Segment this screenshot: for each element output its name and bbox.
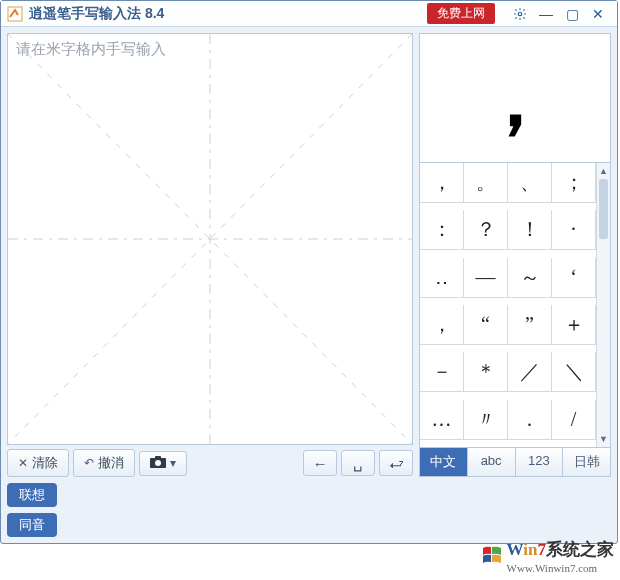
candidate-cell[interactable]: ？ <box>464 210 508 250</box>
candidate-cell[interactable]: ＋ <box>552 305 596 345</box>
titlebar: 逍遥笔手写输入法 8.4 免费上网 — ▢ ✕ <box>1 1 617 27</box>
candidate-cell[interactable]: ” <box>508 305 552 345</box>
space-button[interactable]: ␣ <box>341 450 375 476</box>
candidate-cell[interactable]: ＊ <box>464 352 508 392</box>
undo-button[interactable]: ↶ 撤消 <box>73 449 135 477</box>
candidate-preview-char: ， <box>475 58 555 138</box>
enter-button[interactable]: ⮐ <box>379 450 413 476</box>
clear-label: 清除 <box>32 454 58 472</box>
handwriting-input-area[interactable]: 请在米字格内手写输入 <box>7 33 413 445</box>
app-icon <box>7 6 23 22</box>
scroll-down-button[interactable]: ▼ <box>597 431 610 447</box>
windows-logo-icon <box>481 545 503 569</box>
left-column: 请在米字格内手写输入 ✕ 清除 ↶ 撤消 <box>7 33 413 477</box>
candidate-cell[interactable]: ‥ <box>420 258 464 298</box>
minimize-button[interactable]: — <box>534 4 558 24</box>
settings-button[interactable] <box>508 4 532 24</box>
candidate-cell[interactable]: — <box>464 258 508 298</box>
candidate-cell[interactable]: . <box>508 400 552 440</box>
mode-tab-jpkr[interactable]: 日韩 <box>563 448 610 476</box>
candidate-cell[interactable]: ／ <box>508 352 552 392</box>
mode-tab-chinese[interactable]: 中文 <box>420 448 468 476</box>
candidate-grid: ，。、；：？！·‥—～‘，“”＋－＊／＼…〃./ <box>420 163 596 447</box>
scroll-thumb[interactable] <box>599 179 608 239</box>
right-column: ， ，。、；：？！·‥—～‘，“”＋－＊／＼…〃./ ▲ ▼ 中文abc123日… <box>419 33 611 477</box>
x-icon: ✕ <box>18 456 28 470</box>
camera-icon <box>150 456 166 471</box>
candidate-cell[interactable]: “ <box>464 305 508 345</box>
candidate-cell[interactable]: ： <box>420 210 464 250</box>
dropdown-icon: ▾ <box>170 456 176 470</box>
undo-label: 撤消 <box>98 454 124 472</box>
free-internet-badge[interactable]: 免费上网 <box>427 3 495 24</box>
candidate-cell[interactable]: － <box>420 352 464 392</box>
candidate-cell[interactable]: ， <box>420 305 464 345</box>
mode-tab-123[interactable]: 123 <box>516 448 564 476</box>
content-area: 请在米字格内手写输入 ✕ 清除 ↶ 撤消 <box>1 27 617 483</box>
mode-tabs: 中文abc123日韩 <box>419 447 611 477</box>
candidate-cell[interactable]: / <box>552 400 596 440</box>
candidate-cell[interactable]: ！ <box>508 210 552 250</box>
candidate-cell[interactable]: ＼ <box>552 352 596 392</box>
bottom-row-1: 联想 <box>1 483 617 513</box>
app-window: 逍遥笔手写输入法 8.4 免费上网 — ▢ ✕ 请在米字格内手写输入 <box>0 0 618 544</box>
candidate-cell[interactable]: ； <box>552 163 596 203</box>
app-title: 逍遥笔手写输入法 8.4 <box>29 5 164 23</box>
candidate-grid-wrap: ，。、；：？！·‥—～‘，“”＋－＊／＼…〃./ ▲ ▼ <box>419 163 611 447</box>
writing-toolbar: ✕ 清除 ↶ 撤消 ▾ ← ␣ ⮐ <box>7 449 413 477</box>
lianxiang-pill[interactable]: 联想 <box>7 483 57 507</box>
candidate-cell[interactable]: ～ <box>508 258 552 298</box>
candidate-cell[interactable]: 〃 <box>464 400 508 440</box>
maximize-button[interactable]: ▢ <box>560 4 584 24</box>
candidate-cell[interactable]: · <box>552 210 596 250</box>
candidate-cell[interactable]: … <box>420 400 464 440</box>
svg-point-1 <box>518 12 522 16</box>
scroll-up-button[interactable]: ▲ <box>597 163 610 179</box>
candidate-cell[interactable]: 。 <box>464 163 508 203</box>
handwriting-placeholder: 请在米字格内手写输入 <box>16 40 166 59</box>
candidate-cell[interactable]: 、 <box>508 163 552 203</box>
camera-button[interactable]: ▾ <box>139 451 187 476</box>
clear-button[interactable]: ✕ 清除 <box>7 449 69 477</box>
watermark: Win7系统之家 Www.Winwin7.com <box>481 538 614 576</box>
candidate-cell[interactable]: ， <box>420 163 464 203</box>
watermark-text: Win7系统之家 Www.Winwin7.com <box>507 538 614 576</box>
mi-grid-lines <box>8 34 412 444</box>
backspace-button[interactable]: ← <box>303 450 337 476</box>
candidate-scrollbar[interactable]: ▲ ▼ <box>596 163 610 447</box>
tongyin-pill[interactable]: 同音 <box>7 513 57 537</box>
undo-icon: ↶ <box>84 456 94 470</box>
candidate-preview[interactable]: ， <box>419 33 611 163</box>
svg-line-2 <box>8 34 412 444</box>
candidate-cell[interactable]: ‘ <box>552 258 596 298</box>
close-button[interactable]: ✕ <box>586 4 610 24</box>
svg-line-3 <box>8 34 412 444</box>
mode-tab-abc[interactable]: abc <box>468 448 516 476</box>
svg-point-8 <box>155 460 161 466</box>
svg-rect-7 <box>155 456 161 459</box>
